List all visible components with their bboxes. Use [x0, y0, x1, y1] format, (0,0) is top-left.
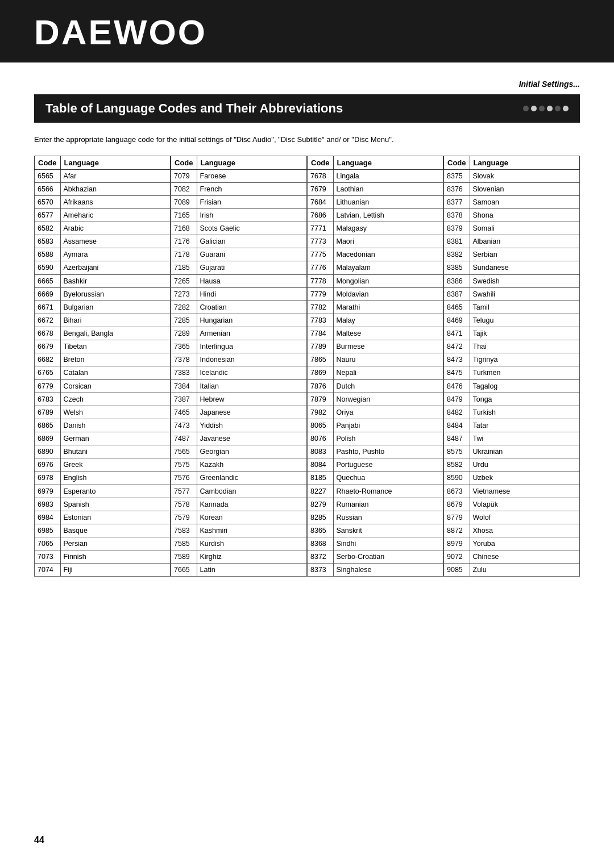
- table-row: 7589Kirghiz: [171, 550, 307, 564]
- language-name: Kirghiz: [197, 550, 307, 564]
- language-code: 6570: [35, 195, 61, 208]
- language-name: Burmese: [333, 340, 443, 353]
- table-row: 8373Singhalese: [308, 564, 443, 577]
- language-code: 9072: [444, 550, 470, 564]
- table-row: 7384Italian: [171, 379, 307, 393]
- table-row: 6976Greek: [35, 458, 171, 471]
- table-row: 8365Sanskrit: [308, 524, 443, 537]
- table-row: 7879Norwegian: [308, 393, 443, 406]
- language-code: 7583: [171, 524, 197, 537]
- page: DAEWOO Initial Settings... Table of Lang…: [0, 0, 614, 868]
- svg-text:DAEWOO: DAEWOO: [34, 12, 207, 51]
- language-code: 6976: [35, 458, 61, 471]
- table-row: 6890Bhutani: [35, 445, 171, 458]
- table-row: 8471Tajik: [444, 327, 580, 340]
- language-name: Guarani: [197, 248, 307, 261]
- table-row: 8872Xhosa: [444, 524, 580, 537]
- language-code: 7577: [171, 485, 197, 498]
- language-code: 8482: [444, 406, 470, 419]
- table-row: 8381Albanian: [444, 235, 580, 248]
- language-code: 7565: [171, 445, 197, 458]
- table-row: 6869German: [35, 432, 171, 445]
- language-code: 8065: [308, 419, 334, 432]
- language-code: 7865: [308, 353, 334, 366]
- table-row: 6789Welsh: [35, 406, 171, 419]
- language-code: 7665: [171, 564, 197, 577]
- table-row: 8482Turkish: [444, 406, 580, 419]
- table-row: 7782Marathi: [308, 301, 443, 314]
- language-code: 7778: [308, 274, 334, 287]
- language-code: 7378: [171, 353, 197, 366]
- language-code: 8084: [308, 458, 334, 471]
- table-row: 8979Yoruba: [444, 537, 580, 550]
- language-code: 8872: [444, 524, 470, 537]
- language-code: 8582: [444, 458, 470, 471]
- language-name: Yiddish: [197, 419, 307, 432]
- col-header-code-4: Code: [444, 156, 470, 169]
- language-code: 7783: [308, 314, 334, 327]
- dot-1: [523, 106, 529, 111]
- table-row: 7285Hungarian: [171, 314, 307, 327]
- table-row: 7865Nauru: [308, 353, 443, 366]
- page-title: Table of Language Codes and Their Abbrev…: [45, 101, 343, 116]
- language-name: Tibetan: [60, 340, 171, 353]
- language-code: 6678: [35, 327, 61, 340]
- table-row: 7869Nepali: [308, 366, 443, 379]
- language-name: Serbian: [470, 248, 580, 261]
- language-code: 8375: [444, 169, 470, 182]
- language-code: 6583: [35, 235, 61, 248]
- table-row: 6682Breton: [35, 353, 171, 366]
- table-row: 8386Swedish: [444, 274, 580, 287]
- language-code: 8377: [444, 195, 470, 208]
- language-code: 8365: [308, 524, 334, 537]
- language-code: 7285: [171, 314, 197, 327]
- language-code: 6671: [35, 301, 61, 314]
- table-row: 7289Armenian: [171, 327, 307, 340]
- table-row: 7784Maltese: [308, 327, 443, 340]
- table-row: 8375Slovak: [444, 169, 580, 182]
- language-code: 6565: [35, 169, 61, 182]
- language-name: Mongolian: [333, 274, 443, 287]
- table-row: 7176Galician: [171, 235, 307, 248]
- table-row: 7771Malagasy: [308, 222, 443, 235]
- language-name: Persian: [60, 537, 171, 550]
- table-row: 7779Moldavian: [308, 287, 443, 301]
- table-row: 7776Malayalam: [308, 261, 443, 274]
- language-name: Afrikaans: [60, 195, 171, 208]
- language-code: 8373: [308, 564, 334, 577]
- language-code: 6979: [35, 485, 61, 498]
- language-name: Singhalese: [333, 564, 443, 577]
- language-name: German: [60, 432, 171, 445]
- table-row: 7686Latvian, Lettish: [308, 208, 443, 222]
- table-row: 6565Afar: [35, 169, 171, 182]
- language-code: 8673: [444, 485, 470, 498]
- language-name: Croatian: [197, 301, 307, 314]
- tables-container: Code Language 6565Afar6566Abkhazian6570A…: [34, 156, 580, 577]
- table-row: 6983Spanish: [35, 498, 171, 511]
- table-row: 8083Pashto, Pushto: [308, 445, 443, 458]
- language-code: 8465: [444, 301, 470, 314]
- language-code: 8575: [444, 445, 470, 458]
- language-name: Ameharic: [60, 208, 171, 222]
- language-name: Georgian: [197, 445, 307, 458]
- table-row: 8185Quechua: [308, 471, 443, 485]
- table-row: 6577Ameharic: [35, 208, 171, 222]
- table-row: 8372Serbo-Croatian: [308, 550, 443, 564]
- language-code: 6679: [35, 340, 61, 353]
- language-name: Danish: [60, 419, 171, 432]
- language-name: Spanish: [60, 498, 171, 511]
- table-row: 8484Tatar: [444, 419, 580, 432]
- language-code: 7776: [308, 261, 334, 274]
- table-row: 8227Rhaeto-Romance: [308, 485, 443, 498]
- language-name: Malayalam: [333, 261, 443, 274]
- header: DAEWOO: [0, 0, 614, 62]
- language-name: Latin: [197, 564, 307, 577]
- language-table-3: Code Language 7678Lingala7679Laothian768…: [307, 156, 443, 577]
- language-code: 7073: [35, 550, 61, 564]
- table-row: 6669Byelorussian: [35, 287, 171, 301]
- language-name: Samoan: [470, 195, 580, 208]
- table-row: 6590Azerbaijani: [35, 261, 171, 274]
- language-code: 7782: [308, 301, 334, 314]
- language-name: Breton: [60, 353, 171, 366]
- language-name: Kurdish: [197, 537, 307, 550]
